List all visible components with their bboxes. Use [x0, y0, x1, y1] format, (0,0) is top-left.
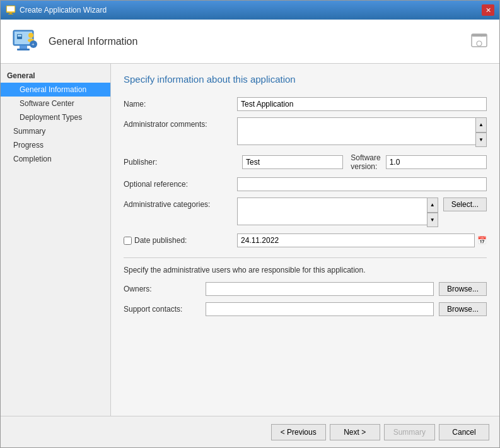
svg-point-16	[477, 41, 482, 46]
sidebar-item-completion[interactable]: Completion	[1, 152, 110, 166]
name-row: Name:	[124, 97, 487, 111]
sidebar-item-software-center[interactable]: Software Center	[1, 97, 110, 110]
next-button[interactable]: Next >	[330, 424, 380, 440]
header-left: + General Information	[11, 27, 137, 57]
date-published-checkbox[interactable]	[124, 237, 132, 245]
software-version-label: Software version:	[351, 153, 380, 171]
svg-rect-9	[18, 35, 21, 37]
support-contacts-row: Support contacts: Browse...	[124, 302, 487, 316]
sidebar: General General Information Software Cen…	[1, 64, 111, 416]
section-divider	[124, 257, 487, 258]
calendar-icon[interactable]: 📅	[477, 236, 487, 245]
svg-rect-2	[9, 13, 12, 14]
admin-categories-label: Administrative categories:	[124, 197, 237, 209]
admin-categories-textarea[interactable]	[237, 197, 438, 225]
scroll-buttons-categories: ▲ ▼	[427, 197, 438, 227]
content-panel: Specify information about this applicati…	[111, 64, 499, 416]
support-contacts-input[interactable]	[206, 302, 434, 316]
svg-point-10	[28, 33, 33, 38]
owners-browse-button[interactable]: Browse...	[439, 282, 487, 296]
main-content: General General Information Software Cen…	[1, 64, 499, 416]
support-contacts-browse-button[interactable]: Browse...	[439, 302, 487, 316]
owners-input[interactable]	[206, 282, 434, 296]
sidebar-section-general: General	[1, 69, 110, 83]
cancel-button[interactable]: Cancel	[439, 424, 489, 440]
admin-comments-row: Administrator comments: ▲ ▼	[124, 117, 487, 147]
publisher-label: Publisher:	[124, 158, 237, 167]
window-title: Create Application Wizard	[20, 6, 107, 15]
scroll-buttons: ▲ ▼	[475, 117, 487, 147]
title-bar-buttons: ✕	[482, 4, 494, 16]
computer-icon: +	[11, 27, 41, 57]
app-icon	[6, 5, 16, 15]
sidebar-item-general-information[interactable]: General Information	[1, 83, 110, 97]
owners-row: Owners: Browse...	[124, 282, 487, 296]
publisher-version-row: Publisher: Software version:	[124, 153, 487, 171]
admin-comments-field: ▲ ▼	[237, 117, 487, 147]
support-contacts-label: Support contacts:	[124, 305, 206, 314]
svg-rect-6	[20, 45, 27, 49]
admin-comments-textarea[interactable]	[237, 117, 487, 145]
admin-categories-field: ▲ ▼	[237, 197, 438, 227]
admin-categories-row: Administrative categories: ▲ ▼ Select...	[124, 197, 487, 227]
content-title: Specify information about this applicati…	[124, 74, 487, 85]
scroll-up-categories-btn[interactable]: ▲	[427, 197, 438, 213]
svg-text:+: +	[32, 42, 35, 47]
title-bar: Create Application Wizard ✕	[1, 1, 499, 20]
svg-rect-3	[8, 14, 13, 15]
date-published-input[interactable]	[237, 233, 475, 247]
previous-button[interactable]: < Previous	[271, 424, 326, 440]
svg-rect-1	[7, 6, 15, 11]
application-wizard-window: Create Application Wizard ✕ +	[0, 0, 500, 448]
title-bar-left: Create Application Wizard	[6, 5, 107, 15]
date-published-row: Date published: 📅	[124, 233, 487, 247]
software-version-input[interactable]	[386, 155, 487, 169]
sidebar-item-deployment-types[interactable]: Deployment Types	[1, 110, 110, 124]
publisher-input[interactable]	[242, 155, 343, 169]
scroll-down-btn[interactable]: ▼	[475, 133, 487, 148]
sidebar-item-progress[interactable]: Progress	[1, 138, 110, 152]
optional-reference-input[interactable]	[237, 177, 487, 191]
help-icon	[470, 33, 488, 50]
optional-reference-row: Optional reference:	[124, 177, 487, 191]
name-field	[237, 97, 487, 111]
date-published-label: Date published:	[124, 236, 237, 245]
scroll-up-btn[interactable]: ▲	[475, 117, 487, 133]
optional-reference-field	[237, 177, 487, 191]
name-input[interactable]	[237, 97, 487, 111]
help-icon-area	[469, 32, 489, 52]
svg-rect-7	[17, 49, 30, 50]
optional-reference-label: Optional reference:	[124, 177, 237, 189]
owners-label: Owners:	[124, 285, 206, 293]
admin-comments-label: Administrator comments:	[124, 117, 237, 129]
sidebar-item-summary[interactable]: Summary	[1, 124, 110, 138]
summary-button[interactable]: Summary	[384, 424, 435, 440]
scroll-down-categories-btn[interactable]: ▼	[427, 213, 438, 228]
name-label: Name:	[124, 97, 237, 109]
header-title: General Information	[49, 36, 137, 47]
section-description: Specify the administrative users who are…	[124, 266, 487, 274]
select-categories-button[interactable]: Select...	[443, 197, 487, 211]
header: + General Information	[1, 20, 499, 64]
close-button[interactable]: ✕	[482, 4, 494, 16]
footer: < Previous Next > Summary Cancel	[1, 416, 499, 447]
